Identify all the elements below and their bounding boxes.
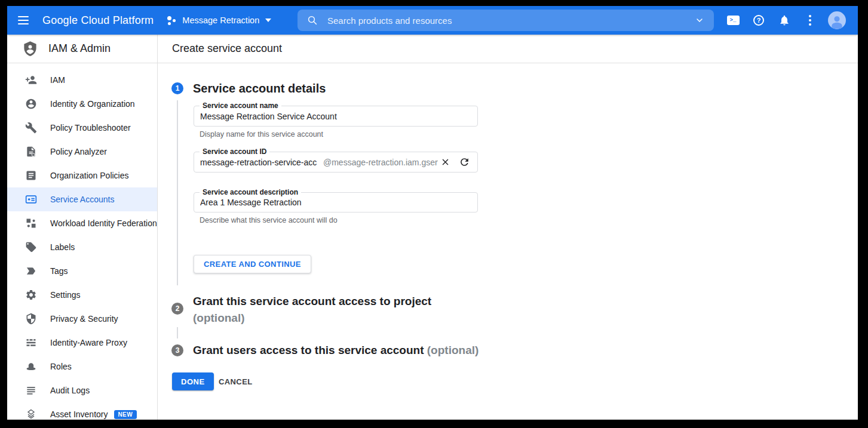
service-account-description-input[interactable] — [200, 198, 471, 207]
sidebar-item-organization-policies[interactable]: Organization Policies — [7, 164, 157, 187]
sidebar-item-policy-troubleshooter[interactable]: Policy Troubleshooter — [7, 116, 157, 140]
page-header: Create service account — [158, 35, 858, 63]
settings-icon — [25, 289, 37, 301]
sidebar-item-identity-organization[interactable]: Identity & Organization — [7, 92, 157, 116]
create-and-continue-button[interactable]: CREATE AND CONTINUE — [194, 255, 311, 273]
service-account-name-label: Service account name — [200, 101, 281, 110]
sidebar-item-roles[interactable]: Roles — [7, 355, 157, 378]
roles-icon — [25, 361, 37, 372]
step-2-title: Grant this service account access to pro… — [193, 293, 462, 327]
service-account-name-field: Service account name — [194, 106, 478, 127]
search-expand-chevron-icon[interactable] — [695, 16, 704, 25]
sidebar-product-header: IAM & Admin — [7, 35, 157, 63]
service-account-name-input[interactable] — [200, 112, 471, 121]
search-icon — [307, 15, 318, 26]
step-3-badge: 3 — [171, 344, 183, 356]
sidebar-item-label: Settings — [50, 290, 81, 300]
chevron-down-icon — [265, 19, 271, 22]
done-button[interactable]: DONE — [172, 372, 214, 390]
notifications-bell-icon[interactable] — [777, 13, 792, 28]
sidebar-item-label: Policy Analyzer — [50, 147, 107, 156]
identity-aware-proxy-icon — [25, 337, 37, 349]
regenerate-id-refresh-icon[interactable] — [457, 155, 471, 170]
cloud-shell-icon[interactable]: >_ — [725, 13, 741, 28]
sidebar-item-label: Organization Policies — [50, 171, 129, 180]
project-selector[interactable]: Message Retraction — [165, 13, 272, 27]
identity-organization-icon — [25, 98, 37, 110]
main-area: Create service account 1 Service account… — [158, 35, 858, 420]
workload-identity-federation-icon — [25, 217, 37, 229]
policy-analyzer-icon — [25, 146, 37, 158]
stepper-connector-line-2 — [177, 327, 178, 338]
step-3-title: Grant users access to this service accou… — [193, 344, 479, 357]
search-bar[interactable] — [297, 10, 714, 31]
brand-title: Google Cloud Platform — [42, 14, 154, 27]
product-title: IAM & Admin — [48, 42, 111, 55]
sidebar-item-identity-aware-proxy[interactable]: Identity-Aware Proxy — [7, 331, 157, 355]
service-accounts-icon — [25, 193, 37, 205]
sidebar-item-iam[interactable]: IAM — [7, 68, 157, 92]
sidebar-item-policy-analyzer[interactable]: Policy Analyzer — [7, 140, 157, 164]
service-account-description-field: Service account description — [194, 192, 478, 213]
tags-icon — [25, 265, 37, 277]
sidebar-item-label: Identity & Organization — [50, 99, 135, 109]
sidebar-item-label: Identity-Aware Proxy — [50, 338, 127, 347]
page-title: Create service account — [172, 42, 282, 55]
service-account-id-label: Service account ID — [200, 147, 269, 156]
sidebar-item-label: Privacy & Security — [50, 314, 118, 324]
sidebar-item-label: IAM — [50, 75, 65, 85]
search-input[interactable] — [326, 15, 695, 26]
sidebar-item-settings[interactable]: Settings — [7, 283, 157, 307]
sidebar-item-label: Labels — [50, 242, 75, 252]
sidebar-item-labels[interactable]: Labels — [7, 235, 157, 259]
stepper-connector-line — [177, 100, 178, 285]
sidebar-item-asset-inventory[interactable]: Asset InventoryNEW — [7, 402, 157, 420]
create-service-account-form: 1 Service account details Service accoun… — [158, 63, 858, 420]
project-name: Message Retraction — [182, 16, 259, 25]
help-icon[interactable]: ? — [751, 13, 766, 28]
app-bar: Google Cloud Platform Message Retraction… — [7, 6, 858, 35]
sidebar-item-privacy-security[interactable]: Privacy & Security — [7, 307, 157, 331]
new-badge: NEW — [114, 410, 137, 419]
step-1-title: Service account details — [193, 82, 326, 96]
organization-policies-icon — [25, 170, 37, 181]
sidebar-item-label: Tags — [50, 266, 68, 276]
step-2-badge: 2 — [171, 303, 183, 315]
more-options-kebab-icon[interactable] — [802, 13, 818, 28]
audit-logs-icon — [25, 384, 37, 396]
account-avatar[interactable] — [828, 11, 846, 29]
sidebar: IAM & Admin IAMIdentity & OrganizationPo… — [7, 35, 158, 420]
step-3-optional-label: (optional) — [427, 344, 479, 356]
sidebar-item-audit-logs[interactable]: Audit Logs — [7, 378, 157, 402]
sidebar-item-service-accounts[interactable]: Service Accounts — [7, 187, 157, 211]
service-account-name-helper: Display name for this service account — [200, 130, 478, 138]
privacy-security-icon — [25, 313, 37, 325]
cancel-button[interactable]: CANCEL — [213, 372, 259, 390]
service-account-id-input[interactable] — [200, 158, 320, 167]
menu-icon[interactable] — [18, 16, 29, 24]
step-2-optional-label: (optional) — [193, 312, 245, 324]
sidebar-item-workload-identity-federation[interactable]: Workload Identity Federation — [7, 211, 157, 235]
appbar-actions: >_ ? — [725, 6, 846, 35]
service-account-description-helper: Describe what this service account will … — [200, 216, 478, 224]
sidebar-item-label: Workload Identity Federation — [50, 218, 157, 228]
sidebar-item-label: Asset Inventory — [50, 409, 108, 419]
labels-icon — [25, 241, 37, 253]
iam-icon — [25, 74, 37, 86]
gcp-console-window: Google Cloud Platform Message Retraction… — [7, 6, 858, 420]
policy-troubleshooter-icon — [25, 122, 37, 134]
clear-id-icon[interactable] — [438, 155, 452, 170]
asset-inventory-icon — [25, 408, 37, 420]
service-account-id-domain-suffix: @message-retraction.iam.gservi — [323, 158, 438, 167]
sidebar-item-label: Roles — [50, 362, 72, 371]
sidebar-item-label: Service Accounts — [50, 195, 114, 204]
sidebar-item-tags[interactable]: Tags — [7, 259, 157, 283]
sidebar-item-label: Policy Troubleshooter — [50, 123, 131, 133]
sidebar-item-label: Audit Logs — [50, 386, 90, 395]
step-1-badge: 1 — [171, 82, 183, 94]
project-icon — [167, 16, 176, 25]
sidebar-nav: IAMIdentity & OrganizationPolicy Trouble… — [7, 63, 157, 420]
iam-admin-shield-icon — [22, 41, 38, 57]
service-account-description-label: Service account description — [200, 188, 301, 196]
service-account-id-field: Service account ID @message-retraction.i… — [194, 152, 478, 173]
